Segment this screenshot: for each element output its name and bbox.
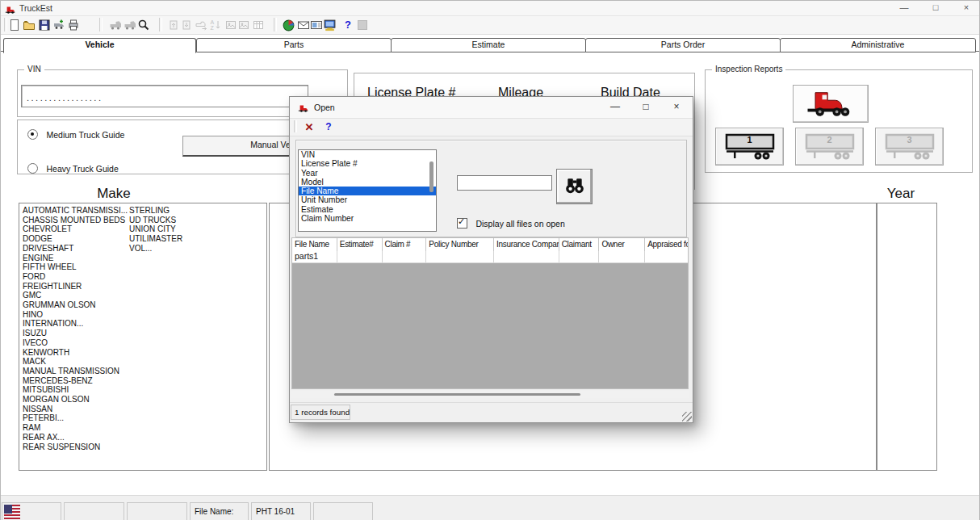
truck-detail-button[interactable] <box>123 18 137 32</box>
totals-button[interactable] <box>281 18 295 32</box>
make-list-item[interactable]: REAR AX... <box>23 433 128 442</box>
column-header[interactable]: Claimant <box>559 238 600 251</box>
make-list-item[interactable]: GRUMMAN OLSON <box>23 300 128 310</box>
medium-truck-guide-radio[interactable] <box>27 129 38 140</box>
column-header[interactable]: Insurance Company <box>494 238 559 251</box>
make-list-item[interactable]: HINO <box>23 310 128 320</box>
new-file-button[interactable] <box>7 18 22 32</box>
page-down-button[interactable] <box>179 18 194 32</box>
make-list-item[interactable]: MANUAL TRANSMISSION <box>23 367 128 376</box>
make-list-item[interactable]: DRIVESHAFT <box>23 244 128 254</box>
tab-parts[interactable]: Parts <box>196 38 392 52</box>
make-list-item[interactable]: PETERBI... <box>23 413 128 423</box>
search-field-option[interactable]: VIN <box>299 150 436 159</box>
trailer-2-inspection-button[interactable]: 2 <box>795 128 864 166</box>
make-list-item[interactable]: NISSAN <box>23 405 128 414</box>
search-field-option[interactable]: Unit Number <box>299 195 436 204</box>
make-list-item[interactable]: FREIGHTLINER <box>23 282 128 291</box>
table-row[interactable]: parts1 <box>292 251 688 263</box>
display-all-files-checkbox[interactable] <box>457 218 467 229</box>
vin-input[interactable] <box>21 85 308 107</box>
list-scrollbar-thumb[interactable] <box>429 161 433 192</box>
truck-lookup-button[interactable] <box>108 18 123 32</box>
column-header[interactable]: Claim # <box>383 238 427 251</box>
results-table[interactable]: File Name Estimate# Claim # Policy Numbe… <box>291 237 689 389</box>
print-button[interactable] <box>66 18 81 32</box>
find-button[interactable] <box>556 169 593 204</box>
grid-view-button[interactable] <box>251 18 266 32</box>
help-button[interactable]: ? <box>341 18 355 32</box>
make-list-item[interactable]: REAR SUSPENSION <box>23 442 128 452</box>
heavy-truck-guide-radio[interactable] <box>27 163 38 174</box>
make-list-item[interactable]: MERCEDES-BENZ <box>23 376 128 386</box>
svg-text:Z: Z <box>211 25 215 31</box>
make-list-item[interactable]: UNION CITY <box>129 224 182 234</box>
make-list[interactable]: AUTOMATIC TRANSMISSI...CHASSIS MOUNTED B… <box>19 203 267 471</box>
search-field-option-selected[interactable]: File Name <box>299 187 436 195</box>
dialog-minimize-button[interactable]: — <box>605 100 626 115</box>
tab-vehicle[interactable]: Vehicle <box>3 38 196 53</box>
make-list-item[interactable]: INTERNATION... <box>23 319 128 329</box>
dialog-cancel-tool-button[interactable]: ✕ <box>301 120 317 134</box>
image-edit-button[interactable] <box>237 18 251 32</box>
make-list-item[interactable]: STERLING <box>129 206 182 216</box>
make-list-item[interactable]: ISUZU <box>23 329 128 338</box>
make-list-item[interactable]: DODGE <box>23 234 128 244</box>
column-header[interactable]: File Name <box>292 238 337 251</box>
make-list-item[interactable]: VOL... <box>129 244 182 254</box>
workstation-button[interactable] <box>322 18 337 32</box>
open-file-button[interactable] <box>22 18 36 32</box>
window-title: TruckEst <box>19 3 52 13</box>
search-field-list[interactable]: VIN License Plate # Year Model File Name… <box>298 149 437 232</box>
dialog-close-button[interactable]: × <box>666 100 687 115</box>
make-list-item[interactable]: FORD <box>23 272 128 282</box>
search-field-option[interactable]: Model <box>299 178 436 187</box>
make-list-item[interactable]: UD TRUCKS <box>129 216 182 225</box>
trailer-3-inspection-button[interactable]: 3 <box>875 128 944 166</box>
make-list-item[interactable]: GMC <box>23 291 128 300</box>
tractor-inspection-button[interactable] <box>793 85 869 123</box>
trailer-1-inspection-button[interactable]: 1 <box>715 128 784 166</box>
resize-grip[interactable] <box>682 412 692 421</box>
zoom-button[interactable] <box>136 18 151 32</box>
make-list-item[interactable]: MITSUBISHI <box>23 385 128 395</box>
make-list-item[interactable]: RAM <box>23 423 128 433</box>
transfer-vehicle-button[interactable] <box>194 18 208 32</box>
close-button[interactable]: × <box>954 1 978 15</box>
column-header[interactable]: Estimate# <box>337 238 383 251</box>
sort-button[interactable]: AZ <box>208 18 223 32</box>
make-list-item[interactable]: ENGINE <box>23 254 128 263</box>
make-list-item[interactable]: CHEVROLET <box>23 224 128 234</box>
save-button[interactable] <box>37 18 52 32</box>
column-header[interactable]: Appraised fo <box>645 238 688 251</box>
column-header[interactable]: Policy Number <box>426 238 494 251</box>
search-field-option[interactable]: Estimate <box>299 205 436 214</box>
make-list-item[interactable]: MACK <box>23 357 128 367</box>
column-header[interactable]: Owner <box>599 238 645 251</box>
tab-administrative[interactable]: Administrative <box>780 38 976 52</box>
search-field-option[interactable]: License Plate # <box>299 159 436 168</box>
make-list-item[interactable]: FIFTH WHEEL <box>23 262 128 272</box>
make-list-item[interactable]: KENWORTH <box>23 348 128 358</box>
scrollbar-thumb[interactable] <box>334 393 580 396</box>
table-icon <box>252 19 265 31</box>
make-list-item[interactable]: MORGAN OLSON <box>23 395 128 405</box>
dialog-maximize-button[interactable]: □ <box>635 100 656 115</box>
search-field-option[interactable]: Year <box>299 169 436 178</box>
make-list-item[interactable]: IVECO <box>23 338 128 348</box>
toolbar-separator <box>99 18 103 31</box>
make-list-item[interactable]: AUTOMATIC TRANSMISSI... <box>23 206 128 216</box>
table-horizontal-scrollbar[interactable] <box>291 391 689 398</box>
import-vehicle-button[interactable] <box>52 18 66 32</box>
dialog-help-tool-button[interactable]: ? <box>320 120 337 134</box>
tab-parts-order[interactable]: Parts Order <box>585 38 781 52</box>
year-list[interactable] <box>877 203 937 471</box>
minimize-button[interactable]: — <box>892 1 916 15</box>
search-field-option[interactable]: Claim Number <box>299 214 436 223</box>
restore-button[interactable]: □ <box>923 1 948 15</box>
tab-estimate[interactable]: Estimate <box>391 38 586 52</box>
search-value-input[interactable] <box>457 175 552 191</box>
make-list-item[interactable]: UTILIMASTER <box>129 234 182 244</box>
disabled-tool-button[interactable] <box>355 18 370 32</box>
make-list-item[interactable]: CHASSIS MOUNTED BEDS <box>23 216 128 225</box>
